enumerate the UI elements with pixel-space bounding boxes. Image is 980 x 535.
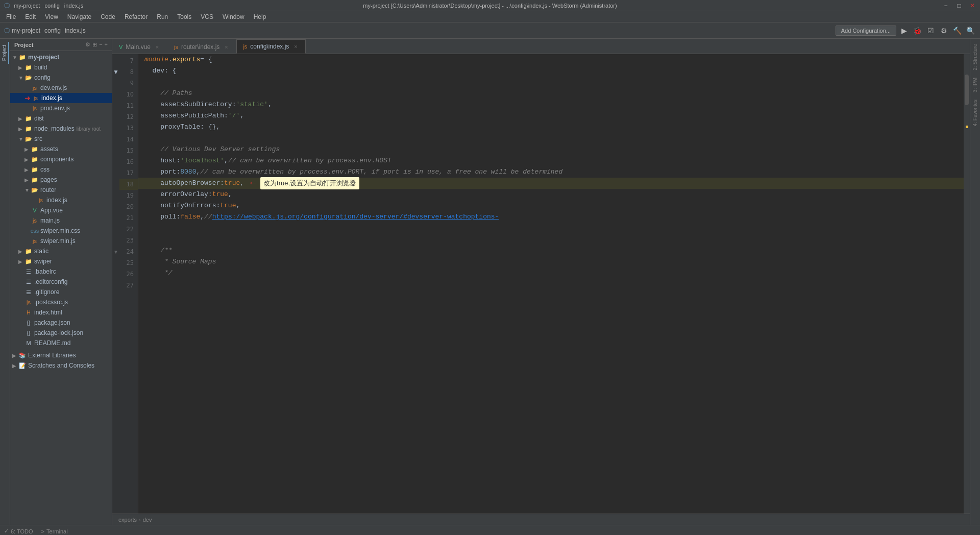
tree-item-my-project[interactable]: ▼ 📁 my-project [10, 52, 112, 62]
tree-arrow: ▼ [12, 55, 18, 60]
tab-close-router-index[interactable]: × [223, 43, 230, 51]
link-webpack[interactable]: https://webpack.js.org/configuration/dev… [212, 211, 499, 223]
tree-item-scratches[interactable]: ▶ 📝 Scratches and Consoles [10, 360, 112, 371]
tree-item-main-js[interactable]: ▶ js main.js [10, 215, 112, 226]
tree-item-editorconfig[interactable]: ▶ ☰ .editorconfig [10, 277, 112, 287]
str-slash: '/' [228, 110, 240, 121]
run-button[interactable]: ▶ [898, 25, 910, 36]
layout-icon[interactable]: ⊞ [92, 41, 97, 48]
fold-marker-21 [112, 212, 119, 224]
search-everywhere-button[interactable]: 🔍 [965, 25, 976, 36]
tree-label-config: config [34, 74, 51, 81]
js-file-icon: js [24, 298, 33, 306]
tree-item-babelrc[interactable]: ▶ ☰ .babelrc [10, 266, 112, 277]
indent [144, 155, 160, 166]
tree-item-gitignore[interactable]: ▶ ☰ .gitignore [10, 287, 112, 297]
fold-marker-8[interactable]: ▼ [112, 66, 119, 78]
tree-item-external-libraries[interactable]: ▶ 📚 External Libraries [10, 350, 112, 360]
menu-run[interactable]: Run [153, 12, 172, 21]
menu-window[interactable]: Window [218, 12, 249, 21]
build-button[interactable]: 🔨 [951, 25, 963, 36]
code-content[interactable]: module . exports = { dev : { // Paths [138, 54, 964, 514]
coverage-button[interactable]: ☑ [925, 25, 936, 36]
ipm-tab[interactable]: 3: IPM [971, 75, 979, 95]
fold-marker-11 [112, 100, 119, 111]
tree-item-swiper-js[interactable]: ▶ js swiper.min.js [10, 236, 112, 246]
menu-file[interactable]: File [2, 12, 20, 21]
tab-close-main-vue[interactable]: × [154, 43, 161, 51]
tree-item-package-json[interactable]: ▶ {} package.json [10, 318, 112, 328]
colon-space: : [232, 99, 236, 110]
collapse-icon[interactable]: − [99, 41, 102, 48]
tree-item-router-index-js[interactable]: ▶ js index.js [10, 195, 112, 205]
tree-item-components[interactable]: ▶ 📁 components [10, 154, 112, 164]
prop-assetsSubDir: assetsSubDirectory [160, 99, 232, 110]
line-num-7: 7 [119, 55, 138, 66]
menu-view[interactable]: View [41, 12, 62, 21]
tab-label-config-index: config\index.js [250, 43, 289, 50]
comma: , [228, 189, 232, 200]
tree-item-postcssrc[interactable]: ▶ js .postcssrc.js [10, 297, 112, 307]
tree-item-assets[interactable]: ▶ 📁 assets [10, 144, 112, 154]
minimize-button[interactable]: − [942, 2, 949, 9]
menu-vcs[interactable]: VCS [197, 12, 217, 21]
right-scrollbar[interactable] [964, 54, 970, 514]
js-tab-icon: js [174, 44, 178, 50]
code-line-21: poll : false , // https://webpack.js.org… [138, 211, 964, 223]
folder-icon: 📁 [31, 176, 39, 184]
tree-item-app-vue[interactable]: ▶ V App.vue [10, 205, 112, 215]
menu-refactor[interactable]: Refactor [120, 12, 152, 21]
gear-icon[interactable]: ⚙ [85, 41, 90, 48]
tree-item-dev-env-js[interactable]: ▶ js dev.env.js [10, 83, 112, 93]
comma-space: , [224, 155, 228, 166]
tree-label-css: css [40, 166, 50, 173]
tree-item-css[interactable]: ▶ 📁 css [10, 164, 112, 175]
comma: , [240, 110, 244, 121]
menu-tools[interactable]: Tools [173, 12, 195, 21]
structure-tab[interactable]: 2: Structure [971, 41, 979, 74]
tree-item-dist[interactable]: ▶ 📁 dist [10, 113, 112, 124]
tabs-bar: V Main.vue × js router\index.js × js con… [112, 39, 970, 54]
tree-item-package-lock-json[interactable]: ▶ {} package-lock.json [10, 328, 112, 338]
str-localhost: 'localhost' [180, 155, 224, 166]
menu-code[interactable]: Code [96, 12, 119, 21]
menu-help[interactable]: Help [250, 12, 271, 21]
css-file-icon: css [31, 227, 39, 235]
code-line-26: */ [138, 268, 964, 279]
tree-item-config[interactable]: ▼ 📂 config [10, 72, 112, 83]
tree-item-node-modules[interactable]: ▶ 📁 node_modules library root [10, 124, 112, 134]
tab-close-config-index[interactable]: × [292, 43, 299, 50]
tab-main-vue[interactable]: V Main.vue × [112, 39, 167, 54]
menu-edit[interactable]: Edit [21, 12, 40, 21]
add-configuration-button[interactable]: Add Configuration... [836, 26, 896, 36]
favorites-tab[interactable]: 4: Favorites [971, 96, 979, 129]
tree-arrow: ▶ [18, 249, 24, 254]
todo-tab[interactable]: ✓ 6: TODO [4, 528, 33, 534]
settings-button[interactable]: ⚙ [938, 25, 949, 36]
maximize-button[interactable]: □ [955, 2, 963, 9]
project-panel-tab[interactable]: Project [1, 42, 9, 64]
tree-item-src[interactable]: ▼ 📂 src [10, 134, 112, 144]
expand-icon[interactable]: + [105, 41, 108, 48]
line-num-18: 18 [119, 179, 138, 190]
tree-item-router[interactable]: ▼ 📂 router [10, 185, 112, 195]
tree-item-build[interactable]: ▶ 📁 build [10, 62, 112, 72]
tree-label-external-libraries: External Libraries [28, 352, 76, 359]
close-button[interactable]: ✕ [969, 2, 976, 9]
tab-router-index[interactable]: js router\index.js × [167, 39, 236, 54]
debug-button[interactable]: 🐞 [912, 25, 923, 36]
tree-item-swiper-css[interactable]: ▶ css swiper.min.css [10, 226, 112, 236]
tree-item-index-js[interactable]: ➜ js index.js [10, 93, 112, 103]
tree-item-index-html[interactable]: ▶ H index.html [10, 307, 112, 318]
tab-config-index[interactable]: js config\index.js × [236, 39, 306, 54]
tree-item-readme[interactable]: ▶ M README.md [10, 338, 112, 348]
tree-item-prod-env-js[interactable]: ▶ js prod.env.js [10, 103, 112, 113]
tree-item-pages[interactable]: ▶ 📁 pages [10, 175, 112, 185]
tree-item-swiper[interactable]: ▶ 📁 swiper [10, 256, 112, 266]
terminal-tab[interactable]: > Terminal [41, 528, 68, 534]
fold-marker-24[interactable]: ▼ [112, 246, 119, 257]
tree-item-static[interactable]: ▶ 📁 static [10, 246, 112, 256]
project-panel-title: Project [14, 42, 33, 48]
tree-arrow: ▶ [24, 177, 31, 183]
menu-navigate[interactable]: Navigate [63, 12, 95, 21]
